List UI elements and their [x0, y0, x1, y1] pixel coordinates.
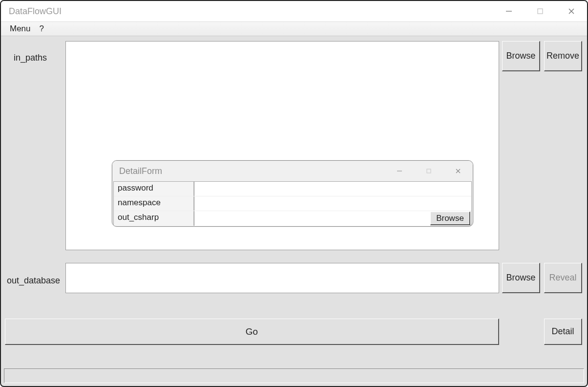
status-bar: [4, 368, 584, 383]
maximize-icon: [537, 8, 544, 15]
minimize-button[interactable]: [493, 1, 525, 22]
namespace-input[interactable]: [194, 196, 471, 211]
close-icon: [455, 168, 461, 174]
close-button[interactable]: [556, 1, 587, 22]
out-csharp-cell: Browse: [194, 211, 471, 226]
out-csharp-browse-button[interactable]: Browse: [430, 212, 470, 225]
out-csharp-label: out_csharp: [114, 211, 194, 226]
close-icon: [568, 8, 575, 15]
detail-button[interactable]: Detail: [544, 319, 582, 345]
window-controls: [493, 1, 587, 22]
in-paths-browse-button[interactable]: Browse: [502, 41, 540, 71]
out-database-reveal-button[interactable]: Reveal: [544, 263, 582, 293]
dialog-window-controls: [385, 161, 473, 181]
menubar: Menu ?: [1, 22, 587, 36]
dialog-titlebar: DetailForm: [112, 161, 473, 181]
form-row-out-csharp: out_csharp Browse: [114, 211, 471, 226]
password-label: password: [114, 182, 194, 196]
menu-item-help[interactable]: ?: [40, 24, 44, 34]
svg-rect-1: [538, 9, 543, 14]
out-database-label: out_database: [7, 276, 60, 286]
dialog-body: password namespace out_csharp Browse: [113, 181, 472, 225]
in-paths-remove-button[interactable]: Remove: [544, 41, 582, 71]
form-row-namespace: namespace: [114, 196, 471, 211]
titlebar: DataFlowGUI: [1, 1, 587, 22]
window-title: DataFlowGUI: [9, 6, 62, 17]
svg-rect-5: [427, 169, 431, 173]
out-database-input[interactable]: [65, 263, 499, 293]
detail-form-dialog: DetailForm password namespace out_csharp: [112, 160, 473, 227]
dialog-close-button[interactable]: [443, 161, 473, 181]
password-input[interactable]: [194, 182, 471, 196]
go-button[interactable]: Go: [5, 319, 499, 345]
dialog-title: DetailForm: [119, 166, 162, 176]
dialog-minimize-button[interactable]: [385, 161, 414, 181]
out-database-browse-button[interactable]: Browse: [502, 263, 540, 293]
menu-item-menu[interactable]: Menu: [10, 24, 31, 34]
minimize-icon: [397, 168, 402, 174]
maximize-button[interactable]: [525, 1, 556, 22]
namespace-label: namespace: [114, 196, 194, 211]
minimize-icon: [505, 8, 512, 15]
out-csharp-input[interactable]: [194, 211, 430, 226]
maximize-icon: [426, 168, 432, 174]
in-paths-label: in_paths: [14, 53, 47, 63]
form-row-password: password: [114, 182, 471, 196]
dialog-maximize-button[interactable]: [414, 161, 443, 181]
